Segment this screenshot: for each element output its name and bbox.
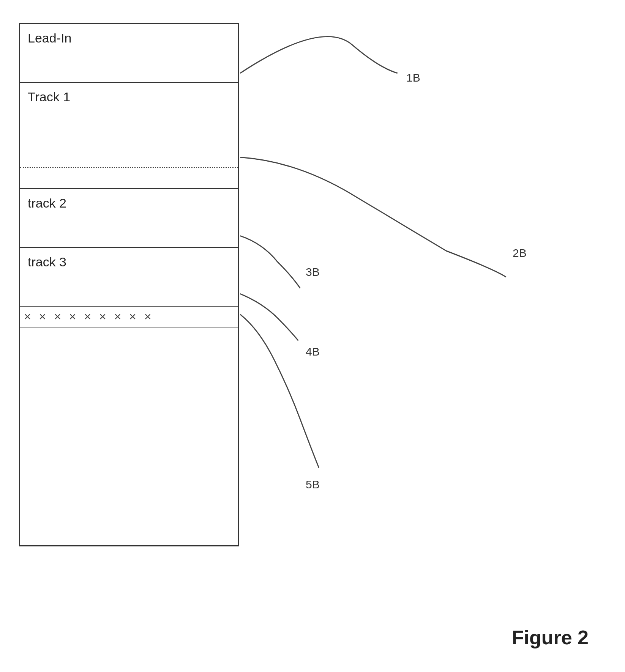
label-2B: 2B	[513, 247, 527, 260]
label-1B: 1B	[406, 71, 420, 84]
figure-container: Lead-In Track 1 track 2 track 3 × × × × …	[11, 15, 611, 660]
label-5B: 5B	[306, 478, 320, 491]
label-4B: 4B	[306, 345, 320, 358]
label-3B: 3B	[306, 266, 320, 279]
figure-caption: Figure 2	[512, 626, 589, 649]
